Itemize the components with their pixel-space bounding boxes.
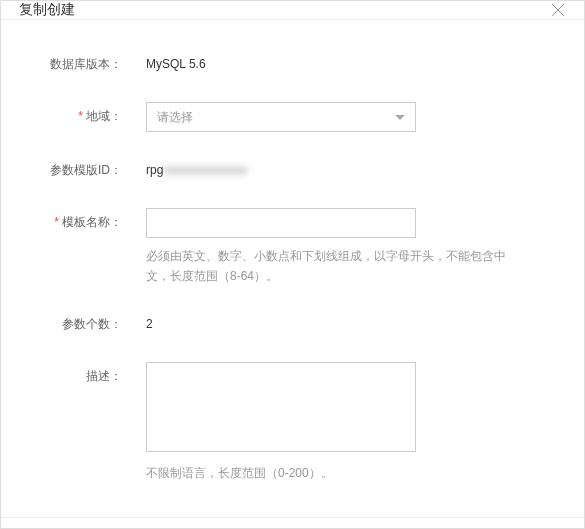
dialog-title: 复制创建 xyxy=(19,1,75,19)
label-region: *地域： xyxy=(31,102,146,130)
value-param-count: 2 xyxy=(146,310,554,338)
chevron-down-icon xyxy=(395,115,405,120)
dialog-footer: 确定 取消 xyxy=(1,517,584,529)
description-hint: 不限制语言，长度范围（0-200）。 xyxy=(146,463,506,483)
row-description: 描述： 不限制语言，长度范围（0-200）。 xyxy=(31,362,554,483)
template-name-input[interactable] xyxy=(146,208,416,238)
label-description: 描述： xyxy=(31,362,146,390)
template-name-hint: 必须由英文、数字、小数点和下划线组成，以字母开头，不能包含中文，长度范围（8-6… xyxy=(146,246,506,286)
required-mark: * xyxy=(78,109,83,123)
row-template-id: 参数模版ID： rpgxxxxxxxxxxxxxx xyxy=(31,156,554,184)
required-mark: * xyxy=(54,215,59,229)
blurred-text: xxxxxxxxxxxxxx xyxy=(163,163,247,177)
dialog-body: 数据库版本： MySQL 5.6 *地域： 请选择 参数模版ID： rpgxxx… xyxy=(1,20,584,517)
row-db-version: 数据库版本： MySQL 5.6 xyxy=(31,50,554,78)
label-template-name: *模板名称： xyxy=(31,208,146,236)
description-textarea[interactable] xyxy=(146,362,416,452)
label-param-count: 参数个数： xyxy=(31,310,146,338)
dialog-header: 复制创建 xyxy=(1,1,584,20)
region-select-placeholder: 请选择 xyxy=(157,109,193,126)
close-icon[interactable] xyxy=(550,2,566,18)
value-db-version: MySQL 5.6 xyxy=(146,50,554,78)
label-db-version: 数据库版本： xyxy=(31,50,146,78)
region-select[interactable]: 请选择 xyxy=(146,102,416,132)
row-template-name: *模板名称： 必须由英文、数字、小数点和下划线组成，以字母开头，不能包含中文，长… xyxy=(31,208,554,286)
row-param-count: 参数个数： 2 xyxy=(31,310,554,338)
value-template-id: rpgxxxxxxxxxxxxxx xyxy=(146,156,554,184)
row-region: *地域： 请选择 xyxy=(31,102,554,132)
label-template-id: 参数模版ID： xyxy=(31,156,146,184)
